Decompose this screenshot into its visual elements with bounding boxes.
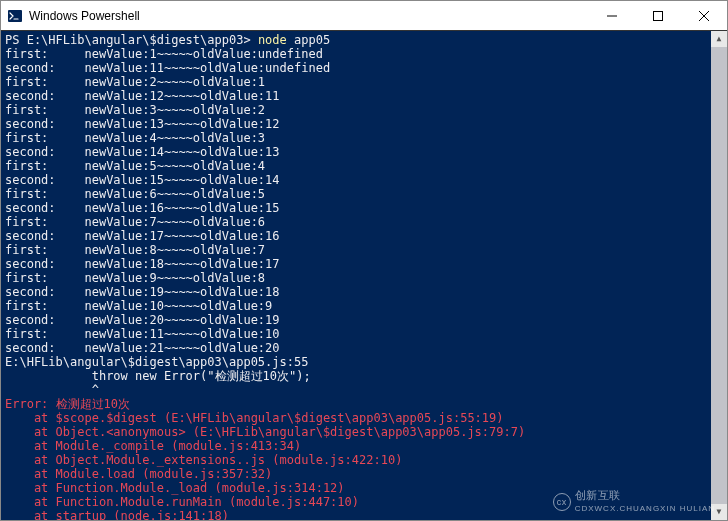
output-line: second: newValue:15~~~~~oldValue:14 [5, 173, 723, 187]
output-line: second: newValue:19~~~~~oldValue:18 [5, 285, 723, 299]
output-line: first: newValue:8~~~~~oldValue:7 [5, 243, 723, 257]
stack-line: at startup (node.js:141:18) [5, 509, 723, 520]
output-line: first: newValue:6~~~~~oldValue:5 [5, 187, 723, 201]
stack-line: at Object.<anonymous> (E:\HFLib\angular\… [5, 425, 723, 439]
output-line: second: newValue:20~~~~~oldValue:19 [5, 313, 723, 327]
stack-line: at Function.Module._load (module.js:314:… [5, 481, 723, 495]
maximize-button[interactable] [635, 1, 681, 30]
output-line: second: newValue:18~~~~~oldValue:17 [5, 257, 723, 271]
terminal-body[interactable]: PS E:\HFLib\angular\$digest\app03> node … [1, 31, 727, 520]
output-line: first: newValue:1~~~~~oldValue:undefined [5, 47, 723, 61]
window-controls [589, 1, 727, 30]
error-heading: Error: 检测超过10次 [5, 397, 723, 411]
command-arg: app05 [294, 33, 330, 47]
output-line: first: newValue:10~~~~~oldValue:9 [5, 299, 723, 313]
powershell-icon [7, 8, 23, 24]
output-line: first: newValue:3~~~~~oldValue:2 [5, 103, 723, 117]
svg-rect-2 [654, 11, 663, 20]
prompt-path: PS E:\HFLib\angular\$digest\app03> [5, 33, 251, 47]
close-button[interactable] [681, 1, 727, 30]
output-line: first: newValue:4~~~~~oldValue:3 [5, 131, 723, 145]
output-line: second: newValue:13~~~~~oldValue:12 [5, 117, 723, 131]
scroll-down-button[interactable]: ▼ [711, 504, 727, 520]
output-line: second: newValue:14~~~~~oldValue:13 [5, 145, 723, 159]
minimize-button[interactable] [589, 1, 635, 30]
stack-line: at Object.Module._extensions..js (module… [5, 453, 723, 467]
scroll-thumb[interactable] [711, 47, 727, 504]
stack-line: at Module._compile (module.js:413:34) [5, 439, 723, 453]
scroll-up-button[interactable]: ▲ [711, 31, 727, 47]
output-line: first: newValue:5~~~~~oldValue:4 [5, 159, 723, 173]
output-line: second: newValue:17~~~~~oldValue:16 [5, 229, 723, 243]
prompt-line: PS E:\HFLib\angular\$digest\app03> node … [5, 33, 723, 47]
throw-caret: ^ [5, 383, 723, 397]
throw-statement: throw new Error("检测超过10次"); [5, 369, 723, 383]
output-line: second: newValue:21~~~~~oldValue:20 [5, 341, 723, 355]
output-line: first: newValue:2~~~~~oldValue:1 [5, 75, 723, 89]
command-name: node [258, 33, 287, 47]
output-line: second: newValue:16~~~~~oldValue:15 [5, 201, 723, 215]
scrollbar[interactable]: ▲ ▼ [711, 31, 727, 520]
svg-rect-0 [8, 10, 22, 22]
window-titlebar: Windows Powershell [1, 1, 727, 31]
window-title: Windows Powershell [29, 9, 589, 23]
stack-line: at Module.load (module.js:357:32) [5, 467, 723, 481]
output-line: first: newValue:9~~~~~oldValue:8 [5, 271, 723, 285]
output-line: first: newValue:7~~~~~oldValue:6 [5, 215, 723, 229]
output-line: second: newValue:12~~~~~oldValue:11 [5, 89, 723, 103]
stack-line: at $scope.$digest (E:\HFLib\angular\$dig… [5, 411, 723, 425]
throw-file: E:\HFLib\angular\$digest\app03\app05.js:… [5, 355, 723, 369]
output-line: first: newValue:11~~~~~oldValue:10 [5, 327, 723, 341]
stack-line: at Function.Module.runMain (module.js:44… [5, 495, 723, 509]
output-line: second: newValue:11~~~~~oldValue:undefin… [5, 61, 723, 75]
